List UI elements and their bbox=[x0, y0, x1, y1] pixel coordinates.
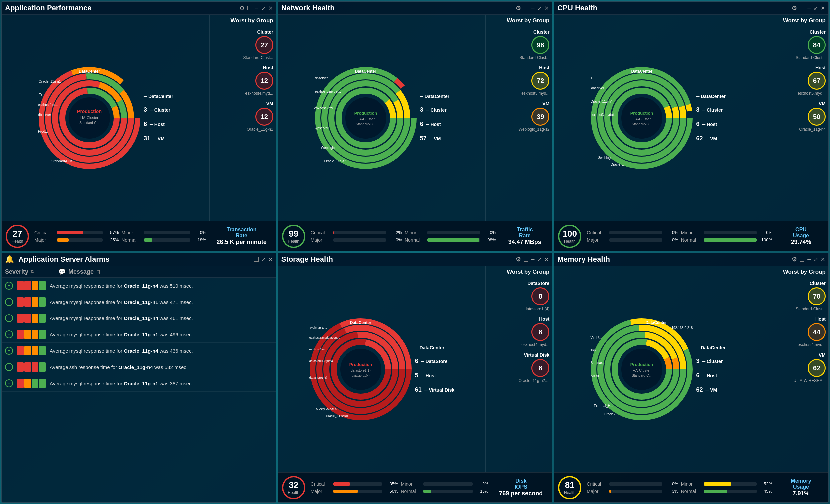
cpu-gear-icon[interactable]: ⚙ bbox=[792, 4, 797, 12]
net-vm-badge: 39 bbox=[532, 108, 549, 126]
network-worst-title: Worst by Group bbox=[488, 17, 549, 24]
alarm-bar-3 bbox=[32, 281, 38, 290]
network-stats-bar: 99 Health Critical 2% Minor 0% Major 0% … bbox=[278, 221, 552, 251]
storage-close-icon[interactable]: ✕ bbox=[544, 256, 549, 263]
svg-text:HA-Cluster: HA-Cluster bbox=[357, 117, 375, 121]
storage-health-number: 32 bbox=[289, 480, 298, 491]
storage-ds-badge: 8 bbox=[532, 287, 549, 305]
cpu-weblog: -8weblog... bbox=[597, 156, 613, 160]
alarm-square-icon[interactable] bbox=[254, 257, 259, 262]
alarm-close-icon[interactable]: ✕ bbox=[268, 256, 273, 263]
alarm-expand-btn[interactable]: + bbox=[5, 347, 13, 355]
cpu-host-name: esxhost5.myd... bbox=[798, 91, 826, 96]
major-label: Major bbox=[34, 237, 54, 243]
alarms-title: 🔔 Application Server Alarms bbox=[5, 255, 110, 264]
alarm-message-col-header[interactable]: 💬 Message ⇅ bbox=[58, 268, 273, 275]
alarm-message: Average mysql response time for Oracle_1… bbox=[50, 381, 273, 386]
net-minimize-icon[interactable]: − bbox=[531, 5, 535, 11]
dc-ring-label: ─ DataCenter bbox=[143, 94, 173, 99]
alarm-message: Average mysql response time for Oracle_1… bbox=[50, 348, 273, 354]
memory-vm-ring: 62 ─ VM bbox=[696, 386, 717, 393]
storage-dc-ring: ─ DataCenter bbox=[415, 345, 445, 350]
svg-text:Production: Production bbox=[349, 362, 372, 367]
host-name: esxhost4.myd... bbox=[246, 91, 273, 96]
net-dc-label: DataCenter bbox=[355, 69, 376, 74]
app-perf-health-label: Health bbox=[12, 239, 23, 244]
memory-minimize-icon[interactable]: − bbox=[807, 256, 811, 263]
cpu-close-icon[interactable]: ✕ bbox=[821, 5, 825, 11]
network-panel: Network Health ⚙ − ⤢ ✕ bbox=[278, 1, 553, 251]
memory-ring-labels: ─ DataCenter 3 ─ Cluster 6 ─ Host 62 ─ V… bbox=[696, 345, 726, 393]
net-vm-name: Weblogic_11g-s2 bbox=[519, 127, 550, 132]
cpu-ring-labels: ─ DataCenter 3 ─ Cluster 6 ─ Host 62 ─ V… bbox=[696, 94, 726, 142]
alarm-expand-btn[interactable]: + bbox=[5, 314, 13, 322]
net-close-icon[interactable]: ✕ bbox=[544, 5, 549, 11]
alarm-expand-btn[interactable]: + bbox=[5, 363, 13, 371]
sort-icon: ⇅ bbox=[30, 269, 34, 274]
cpu-health-number: 100 bbox=[563, 229, 577, 239]
cpu-controls: ⚙ − ⤢ ✕ bbox=[792, 4, 825, 12]
cpu-l: L... bbox=[591, 76, 596, 80]
app-perf-metric-value: 26.5 K per minute bbox=[217, 239, 267, 246]
cpu-minimize-icon[interactable]: − bbox=[807, 5, 811, 11]
app-perf-stats-bar: 27 Health Critical 57% Minor 0% Major 25… bbox=[2, 221, 276, 251]
net-vm-worst: VM 39 Weblogic_11g-s2 bbox=[488, 101, 549, 132]
storage-minimize-icon[interactable]: − bbox=[531, 256, 535, 263]
network-ring-labels: ─ DataCenter 3 ─ Cluster 6 ─ Host 57 ─ V… bbox=[420, 94, 450, 142]
storage-metric-label: DiskIOPS bbox=[515, 478, 528, 490]
memory-health-circle: 81 Health bbox=[558, 476, 581, 499]
cpu-cluster-ring: 3 ─ Cluster bbox=[696, 106, 723, 113]
storage-gear-icon[interactable]: ⚙ bbox=[516, 256, 521, 263]
memory-major-row: Major 3% Normal 45% bbox=[586, 489, 772, 494]
storage-body: Production datastore1(1) datastore1(4) D… bbox=[278, 266, 552, 472]
minor-bar-bg bbox=[144, 231, 190, 234]
app-perf-host-worst: Host 12 esxhost4.myd... bbox=[213, 65, 273, 96]
alarm-bell-icon: 🔔 bbox=[5, 255, 14, 263]
minimize-icon[interactable]: − bbox=[255, 5, 259, 11]
mem-external: External_H... bbox=[594, 404, 613, 408]
storage-expand-icon[interactable]: ⤢ bbox=[537, 256, 542, 263]
alarm-expand-btn[interactable]: + bbox=[5, 298, 13, 306]
critical-bar bbox=[57, 231, 83, 234]
app-perf-cluster-worst: Cluster 27 Standard-Clust... bbox=[213, 29, 273, 60]
net-square-icon[interactable] bbox=[524, 6, 529, 10]
memory-expand-icon[interactable]: ⤢ bbox=[814, 256, 818, 263]
storage-ds-ring: 6 ─ DataStore bbox=[415, 358, 448, 365]
square-icon[interactable] bbox=[247, 6, 252, 10]
memory-close-icon[interactable]: ✕ bbox=[821, 256, 825, 263]
memory-chart-section: Production HA-Cluster Standard-C... Data… bbox=[554, 266, 762, 472]
cpu-square-icon[interactable] bbox=[800, 6, 804, 10]
vm-badge: 12 bbox=[255, 108, 273, 126]
cpu-expand-icon[interactable]: ⤢ bbox=[814, 5, 818, 11]
net-expand-icon[interactable]: ⤢ bbox=[537, 5, 542, 11]
net-gear-icon[interactable]: ⚙ bbox=[516, 4, 521, 12]
alarm-expand-icon[interactable]: ⤢ bbox=[261, 256, 266, 263]
alarm-severity-bars bbox=[17, 281, 45, 290]
alarm-row: + Average mysql response time for Oracle… bbox=[2, 294, 276, 310]
alarm-expand-btn[interactable]: + bbox=[5, 331, 13, 338]
expand-icon[interactable]: ⤢ bbox=[261, 5, 266, 11]
app-perf-worst-col: Worst by Group Cluster 27 Standard-Clust… bbox=[210, 14, 276, 221]
alarm-expand-btn[interactable]: + bbox=[5, 379, 13, 387]
alarm-expand-btn[interactable]: + bbox=[5, 281, 13, 290]
storage-severity: Critical 35% Minor 0% Major 50% Normal 1… bbox=[311, 481, 489, 494]
cpu-body: Production HA-Cluster Standard-C... Data… bbox=[554, 14, 828, 221]
svg-text:Production: Production bbox=[631, 362, 653, 367]
dc2-label: Standard-Clus... bbox=[51, 159, 75, 163]
cluster-badge: 27 bbox=[255, 36, 273, 54]
alarm-severity-col-header[interactable]: Severity ⇅ bbox=[5, 268, 52, 275]
app-performance-panel: Application Performance ⚙ − ⤢ ✕ bbox=[1, 1, 276, 251]
storage-square-icon[interactable] bbox=[524, 257, 529, 262]
network-header: Network Health ⚙ − ⤢ ✕ bbox=[278, 2, 552, 14]
memory-gear-icon[interactable]: ⚙ bbox=[792, 256, 797, 263]
network-metric: TrafficRate 34.47 MBps bbox=[502, 224, 548, 248]
gear-icon[interactable]: ⚙ bbox=[240, 4, 245, 12]
network-worst-col: Worst by Group Cluster 98 Standard-Clust… bbox=[485, 14, 552, 221]
close-icon[interactable]: ✕ bbox=[268, 5, 273, 11]
app-perf-severity: Critical 57% Minor 0% Major 25% Normal 1… bbox=[34, 230, 206, 243]
cpu-cluster-badge: 84 bbox=[808, 36, 826, 54]
storage-stats-bar: 32 Health Critical 35% Minor 0% Major 50… bbox=[278, 472, 552, 502]
memory-square-icon[interactable] bbox=[800, 257, 804, 262]
alarm-message: Average mysql response time for Oracle_1… bbox=[50, 332, 273, 337]
net-cluster-worst: Cluster 98 Standard-Clust... bbox=[488, 29, 549, 60]
